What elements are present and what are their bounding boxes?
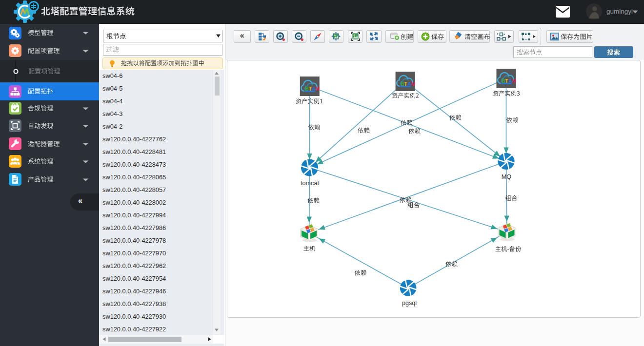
svg-text:M: M	[316, 86, 320, 92]
svg-text:M: M	[411, 81, 415, 87]
svg-text:tomcat: tomcat	[301, 180, 319, 187]
svg-text:T: T	[505, 78, 508, 84]
svg-text:T: T	[404, 81, 407, 87]
svg-text:T: T	[309, 86, 312, 92]
svg-text:M: M	[512, 78, 516, 84]
svg-text:pgsql: pgsql	[402, 300, 417, 307]
svg-text:MQ: MQ	[502, 173, 511, 180]
